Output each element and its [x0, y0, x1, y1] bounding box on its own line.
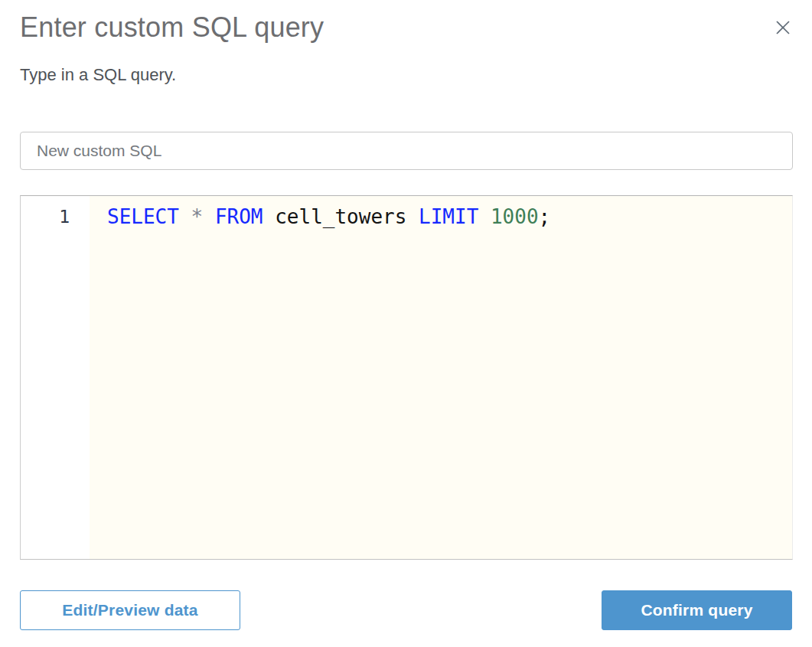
- close-icon: [774, 18, 792, 37]
- editor-code-area[interactable]: SELECT * FROM cell_towers LIMIT 1000;: [90, 196, 792, 559]
- sql-token-plain: [203, 205, 215, 228]
- sql-token-plain: [179, 205, 191, 228]
- sql-name-input[interactable]: [20, 132, 793, 170]
- sql-token-operator: *: [191, 205, 204, 228]
- editor-gutter: 1: [21, 196, 90, 559]
- code-line[interactable]: SELECT * FROM cell_towers LIMIT 1000;: [107, 206, 792, 227]
- sql-token-plain: cell_towers: [263, 205, 419, 228]
- confirm-query-button[interactable]: Confirm query: [602, 590, 792, 630]
- close-button[interactable]: [771, 15, 795, 40]
- dialog-header: Enter custom SQL query: [20, 11, 792, 44]
- custom-sql-dialog: Enter custom SQL query Type in a SQL que…: [0, 0, 812, 647]
- edit-preview-data-button[interactable]: Edit/Preview data: [20, 590, 240, 630]
- dialog-subtitle: Type in a SQL query.: [20, 66, 792, 84]
- sql-code-editor[interactable]: 1 SELECT * FROM cell_towers LIMIT 1000;: [20, 195, 793, 560]
- sql-token-plain: ;: [539, 205, 551, 228]
- line-number: 1: [21, 206, 90, 227]
- sql-token-keyword: FROM: [215, 205, 263, 228]
- sql-token-keyword: SELECT: [107, 205, 179, 228]
- sql-token-number: 1000: [491, 205, 539, 228]
- dialog-footer: Edit/Preview data Confirm query: [20, 590, 792, 630]
- page-title: Enter custom SQL query: [20, 11, 324, 44]
- sql-token-keyword: LIMIT: [419, 205, 478, 228]
- sql-token-plain: [478, 205, 491, 228]
